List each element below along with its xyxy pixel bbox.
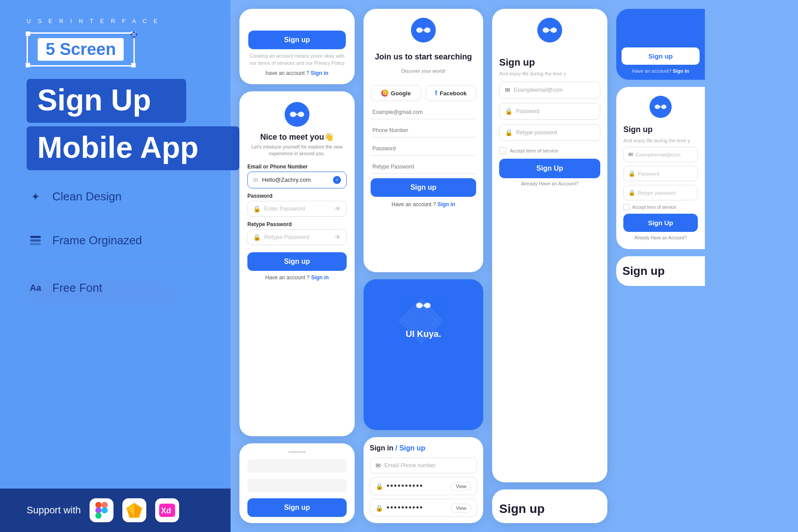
sign-in-link-3[interactable]: Sign in [438, 201, 455, 207]
partial-password-row[interactable]: 🔒 Password [623, 166, 698, 181]
signup-link[interactable]: / Sign up [395, 444, 426, 452]
lock-icon-signin-1: 🔒 [376, 483, 383, 490]
retype-input-3[interactable] [371, 160, 476, 174]
accept-checkbox[interactable] [499, 147, 506, 154]
sign-up-bottom-label: Sign up [499, 502, 545, 516]
card-blue-center: UI Kuya. [364, 279, 483, 430]
divider-1 [27, 219, 213, 219]
lock-icon-right-1: 🔒 [505, 108, 512, 115]
eye-icon-1: 👁 [335, 205, 341, 212]
retype-field-right: Retype password [516, 129, 557, 136]
card-right-bottom: Sign up [492, 489, 607, 523]
password-row-right[interactable]: 🔒 Password [499, 103, 600, 120]
retype-dots: •••••••••• [387, 503, 447, 512]
sign-in-link-partial[interactable]: Sign in [673, 68, 689, 74]
password-input-3[interactable] [371, 142, 476, 156]
retype-placeholder: Retype Password [264, 234, 331, 240]
password-dots: •••••••••• [387, 481, 447, 491]
password-field-right: Password [516, 108, 540, 114]
email-input-signin[interactable]: ✉ Email/ Phone number [370, 458, 477, 473]
sign-up-btn-4[interactable]: Sign up [371, 178, 476, 197]
sign-in-link-2[interactable]: Sign in [311, 274, 329, 281]
sign-up-btn-1[interactable]: Sign up [248, 31, 346, 49]
view-btn-1[interactable]: View [451, 482, 471, 491]
retype-input-row[interactable]: 🔒 Retype Password 👁 [247, 229, 347, 245]
email-label-2: Email or Phone Number [247, 164, 347, 170]
envelope-icon-partial: ✉ [628, 151, 633, 158]
email-input-row[interactable]: ✉ Hello@Zachry.com ✓ [247, 172, 347, 188]
sign-up-btn-3[interactable]: Sign up [247, 498, 347, 517]
card-top-1: Sign up Creating an account means youre … [239, 9, 355, 84]
email-placeholder-signin: Email/ Phone number [384, 462, 435, 469]
figma-icon [90, 498, 113, 522]
sign-up-heading: Sign Up [37, 83, 176, 117]
partial-email-text: Exampleemail@com [636, 152, 681, 157]
terms-text: Creating an account means youre okay wit… [248, 53, 346, 66]
facebook-btn[interactable]: f Facebook [426, 85, 476, 101]
font-icon: Aa [27, 279, 44, 297]
partial-email-row[interactable]: ✉ Exampleemail@com [623, 147, 698, 162]
lock-icon-partial-2: 🔒 [628, 189, 635, 196]
partial-card-blue-top: Sign up Have an account? Sign in [616, 9, 705, 80]
password-placeholder: Enter Password [264, 205, 331, 212]
signup-sub-right: And enjoy life during the time y [499, 71, 566, 76]
card-bottom-1: Sign up [239, 443, 355, 523]
screen-badge-text: 5 Screen [38, 38, 124, 61]
sign-up-btn-partial[interactable]: Sign up [622, 47, 700, 65]
notch-1 [288, 451, 306, 453]
signin-title: Sign in / Sign up [370, 444, 477, 452]
card-subtitle-2: Let's intoduce yourself for explore the … [247, 144, 347, 157]
partial-signup-title: Sign up [623, 125, 698, 134]
email-row-right[interactable]: ✉ Exampleemail@com [499, 82, 600, 98]
retype-input-signin[interactable]: 🔒 •••••••••• View [370, 499, 477, 517]
column-2: Join us to start searching Discover your… [364, 9, 483, 523]
svg-point-23 [545, 29, 548, 31]
view-btn-2[interactable]: View [451, 504, 471, 512]
sign-up-block: Sign Up [27, 79, 186, 123]
sign-in-link-1[interactable]: Sign in [311, 70, 329, 76]
svg-text:Xd: Xd [161, 506, 171, 515]
svg-point-15 [292, 113, 295, 116]
envelope-icon: ✉ [253, 176, 258, 184]
google-btn[interactable]: G Google [371, 85, 421, 101]
partial-checkbox[interactable] [623, 204, 630, 210]
svg-rect-2 [30, 243, 41, 245]
svg-point-17 [419, 29, 421, 31]
xd-icon: Xd [155, 498, 179, 522]
password-input-signin[interactable]: 🔒 •••••••••• View [370, 477, 477, 495]
infinity-logo-3 [411, 18, 436, 43]
feature-clean-design: ✦ Clean Design [27, 188, 213, 206]
svg-rect-7 [95, 512, 102, 519]
lock-icon-3: 🔒 [253, 234, 261, 241]
infinity-logo-partial [649, 96, 672, 118]
feature-frame-organized: Frame Orginazed [27, 232, 213, 250]
envelope-icon-signin: ✉ [376, 462, 381, 469]
partial-bottom-card: Sign up [616, 256, 705, 286]
infinity-logo-5 [537, 18, 562, 43]
support-text: Support with [27, 505, 81, 516]
left-panel: U S E R I N T E R F A C E 5 Screen ✥ Sig… [0, 0, 231, 532]
feature-free-font: Aa Free Font [27, 279, 102, 297]
partial-subtitle: And enjoy life during the time y [623, 138, 698, 143]
email-input-3[interactable] [371, 106, 476, 119]
sign-up-btn-partial-2[interactable]: Sign Up [623, 214, 698, 232]
card-title-3: Join us to start searching [375, 52, 472, 62]
svg-rect-6 [102, 507, 108, 513]
free-font-label: Free Font [52, 281, 102, 295]
password-input-row[interactable]: 🔒 Enter Password 👁 [247, 201, 347, 217]
partial-retype-row[interactable]: 🔒 Retype password [623, 185, 698, 200]
screen-badge: 5 Screen ✥ [27, 32, 135, 66]
frame-organized-label: Frame Orginazed [52, 234, 142, 247]
card-signin-bottom: Sign in / Sign up ✉ Email/ Phone number … [364, 437, 483, 523]
signup-title-right: Sign up [499, 57, 535, 68]
google-icon: G [381, 90, 388, 97]
sign-up-btn-2[interactable]: Sign up [247, 252, 347, 271]
retype-row-right[interactable]: 🔒 Retype password [499, 124, 600, 141]
sparkle-icon: ✦ [27, 188, 44, 206]
phone-input-3[interactable] [371, 124, 476, 137]
parallelogram-bg: Aa Free Font [27, 276, 213, 311]
svg-rect-0 [30, 236, 41, 238]
card-subtitle-3: Discover your world! [401, 68, 446, 74]
partial-checkbox-row: Accept term of service [623, 204, 698, 210]
sign-up-btn-right[interactable]: Sign Up [499, 159, 600, 178]
